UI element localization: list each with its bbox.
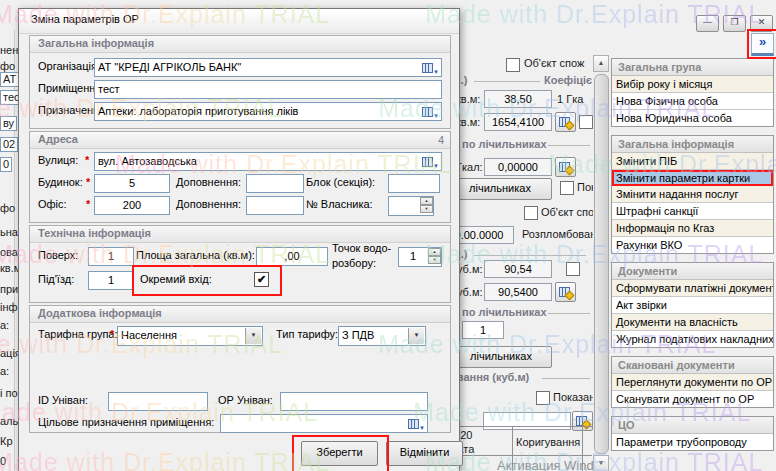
- panel-item[interactable]: Акт звірки: [612, 297, 773, 314]
- minimize-icon: —: [703, 17, 712, 27]
- dropdown-arrow-icon[interactable]: ▼: [408, 328, 424, 344]
- checkbox[interactable]: [560, 181, 574, 195]
- expand-panel-button[interactable]: »: [751, 33, 774, 56]
- panel-item[interactable]: Змінити ПІБ: [612, 153, 773, 170]
- group-address: Адреса 4 Вулиця: * вул. Автозаводська ▼ …: [29, 131, 451, 223]
- divider: [474, 81, 540, 82]
- scroll-down-button[interactable]: ▼: [593, 455, 609, 471]
- addition2-label: Доповнення:: [176, 198, 241, 210]
- star-icon: [565, 121, 575, 131]
- id-univan-input[interactable]: [108, 392, 208, 411]
- purpose-combo[interactable]: Аптеки: лабораторія приготування ліків ▼: [94, 102, 442, 121]
- floor-label: Поверх:: [38, 249, 78, 261]
- lookup-combo-button[interactable]: ▼: [407, 416, 426, 431]
- premises-input[interactable]: тест: [94, 80, 442, 99]
- lookup-button[interactable]: [555, 112, 576, 132]
- clipped-field: 0: [0, 157, 12, 172]
- cancel-button[interactable]: Відмінити: [386, 441, 463, 466]
- checkbox-label: Показан: [577, 181, 594, 193]
- separate-entrance-label: Окремий вхід:: [140, 273, 212, 285]
- total-area-input[interactable]: ,00: [256, 247, 328, 266]
- close-button[interactable]: ✕: [750, 15, 773, 32]
- panel-item[interactable]: Рахунки ВКО: [612, 237, 773, 253]
- panel-item[interactable]: Переглянути документи по ОР: [612, 374, 773, 391]
- spinner-down-icon[interactable]: ▼: [428, 256, 441, 264]
- lookup-icon: [422, 107, 433, 117]
- panel-item[interactable]: Нова Фізична особа: [612, 93, 773, 110]
- section-general-info: Загальна інформація Змінити ПІБ Змінити …: [611, 135, 774, 254]
- tariff-group-select[interactable]: Населення ▼: [117, 326, 263, 346]
- panel-item[interactable]: Штрафні санкції: [612, 203, 773, 220]
- background-form: Об'єкт спож н.) Коефіціє кв.м: 38,50 1 Г…: [440, 30, 594, 471]
- spinner-buttons[interactable]: ▲ ▼: [428, 248, 441, 266]
- save-button[interactable]: Зберегти: [301, 441, 378, 466]
- water-points-stepper[interactable]: 1 ▲ ▼: [398, 247, 442, 267]
- checkbox[interactable]: [536, 391, 550, 405]
- checkbox[interactable]: [524, 206, 538, 220]
- office-input[interactable]: 200: [94, 196, 170, 215]
- org-combo[interactable]: АТ "КРЕДІ АГРІКОЛЬ БАНК" ▼: [94, 58, 442, 77]
- panel-item[interactable]: Журнал податкових накладних: [612, 331, 773, 347]
- floor-input[interactable]: 1: [88, 247, 134, 266]
- panel-item[interactable]: Інформація по Кгаз: [612, 220, 773, 237]
- spinner-buttons[interactable]: ▲ ▼: [420, 197, 433, 215]
- windows-activation-watermark: Активация Windows: [497, 458, 594, 471]
- clipped-text: а:: [0, 319, 9, 331]
- counters-button[interactable]: лічильниках: [450, 346, 552, 368]
- panel-item[interactable]: Параметри трубопроводу: [612, 434, 773, 450]
- dropdown-arrow-icon: ▼: [419, 420, 425, 433]
- counters-button[interactable]: лічильниках: [448, 178, 552, 200]
- addition2-input[interactable]: [246, 196, 304, 215]
- table-header: Коригування: [516, 436, 580, 448]
- panel-item-selected[interactable]: Змінити параметри картки: [612, 170, 773, 186]
- panel-item[interactable]: Документи на власність: [612, 314, 773, 331]
- dropdown-arrow-icon: ▼: [433, 158, 439, 171]
- checkbox[interactable]: [566, 262, 580, 276]
- addition1-input[interactable]: [246, 174, 304, 193]
- lookup-combo-button[interactable]: ▼: [421, 104, 440, 119]
- spinner-up-icon[interactable]: ▲: [428, 248, 441, 256]
- section-header: Скановані документи: [612, 357, 773, 374]
- entrance-input[interactable]: 1: [88, 271, 134, 290]
- spinner-down-icon[interactable]: ▼: [420, 205, 433, 213]
- entrance-label: Під'їзд:: [38, 273, 74, 285]
- or-univan-label: ОР Уніван:: [218, 394, 273, 406]
- tariff-type-value: З ПДВ: [342, 329, 374, 341]
- spinner-up-icon[interactable]: ▲: [420, 197, 433, 205]
- lookup-combo-button[interactable]: ▼: [421, 154, 440, 169]
- separate-entrance-checkbox[interactable]: ✔: [254, 272, 269, 287]
- panel-item[interactable]: Змінити надання послуг: [612, 186, 773, 203]
- input-field[interactable]: 1: [462, 321, 504, 339]
- star-icon: [565, 291, 575, 301]
- lookup-button[interactable]: [555, 157, 576, 177]
- checkbox[interactable]: [506, 58, 520, 72]
- scrollbar-thumb[interactable]: [594, 74, 609, 454]
- clipped-field: 02: [0, 137, 18, 152]
- panel-item[interactable]: Нова Юридична особа: [612, 110, 773, 126]
- restore-button[interactable]: ❐: [723, 15, 746, 32]
- block-input[interactable]: [388, 174, 440, 193]
- target-purpose-combo[interactable]: ▼: [220, 414, 428, 433]
- scroll-down-icon: ▼: [598, 459, 605, 466]
- vertical-scrollbar[interactable]: ▲ ▼: [593, 55, 609, 471]
- panel-item[interactable]: Вибір року і місяця: [612, 76, 773, 93]
- lookup-button[interactable]: [555, 282, 576, 302]
- owner-number-stepper[interactable]: ▲ ▼: [388, 196, 434, 216]
- scroll-up-button[interactable]: ▲: [593, 55, 609, 72]
- dropdown-arrow-icon[interactable]: ▼: [245, 328, 261, 344]
- section-co: ЦО Параметри трубопроводу: [611, 416, 774, 451]
- checkbox[interactable]: [579, 115, 593, 129]
- street-combo[interactable]: вул. Автозаводська ▼: [94, 152, 442, 171]
- table-border: [440, 426, 592, 427]
- building-label: Будинок:: [38, 176, 83, 188]
- lookup-combo-button[interactable]: ▼: [421, 60, 440, 75]
- or-univan-input[interactable]: [280, 392, 428, 411]
- tariff-type-select[interactable]: З ПДВ ▼: [338, 326, 426, 346]
- group-header: Адреса: [30, 132, 450, 149]
- minimize-button[interactable]: —: [696, 15, 719, 32]
- panel-item[interactable]: Сформувати платіжні документи: [612, 280, 773, 297]
- panel-item[interactable]: Сканувати документ по ОР: [612, 391, 773, 407]
- building-input[interactable]: 5: [94, 174, 170, 193]
- owner-number-label: № Власника:: [306, 198, 373, 210]
- input-field[interactable]: [483, 412, 571, 430]
